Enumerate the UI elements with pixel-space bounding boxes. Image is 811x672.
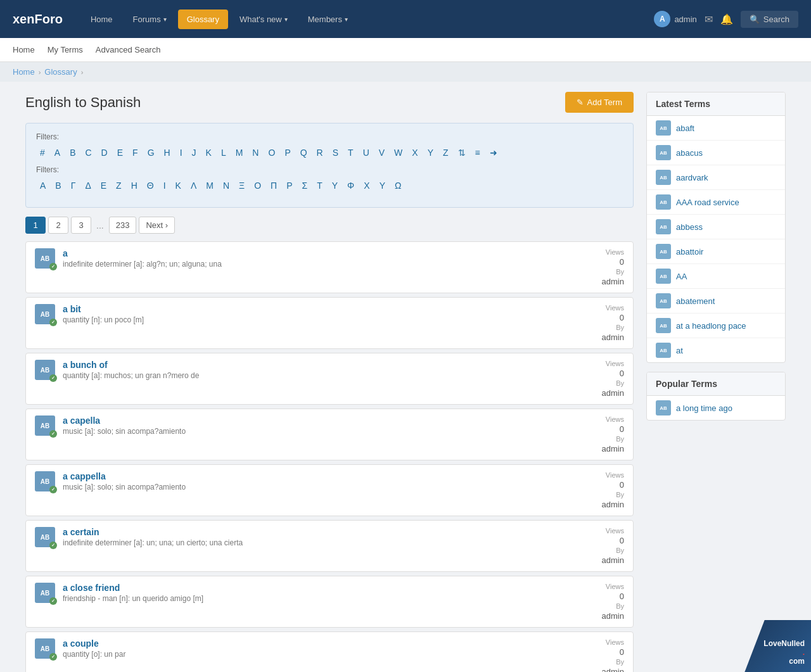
- bell-icon[interactable]: 🔔: [720, 13, 733, 25]
- greek-letter-Γ[interactable]: Γ: [67, 179, 80, 192]
- greek-letter-Θ[interactable]: Θ: [143, 179, 158, 192]
- next-page-button[interactable]: Next ›: [139, 217, 175, 234]
- add-term-button[interactable]: ✎ Add Term: [565, 92, 634, 113]
- greek-letter-Ν[interactable]: Ν: [219, 179, 233, 192]
- greek-letter-Υ[interactable]: Υ: [328, 179, 342, 192]
- subbar-home[interactable]: Home: [13, 40, 35, 60]
- latin-letter-C[interactable]: C: [81, 146, 95, 159]
- term-name[interactable]: a couple: [63, 638, 566, 649]
- greek-letter-Δ[interactable]: Δ: [81, 179, 94, 192]
- sidebar-term-name[interactable]: aardvark: [676, 173, 708, 182]
- greek-letter-Ρ[interactable]: Ρ: [283, 179, 296, 192]
- greek-letter-Ξ[interactable]: Ξ: [235, 179, 248, 192]
- latin-letter-➜[interactable]: ➜: [486, 146, 501, 159]
- greek-letter-Λ[interactable]: Λ: [187, 179, 200, 192]
- brand-logo[interactable]: xenForo: [13, 12, 63, 27]
- latin-letter-O[interactable]: O: [264, 146, 279, 159]
- term-name[interactable]: a: [63, 248, 566, 258]
- latin-letter-A[interactable]: A: [51, 146, 64, 159]
- sidebar-popular-term-name[interactable]: a long time ago: [676, 403, 732, 413]
- term-name[interactable]: a certain: [63, 527, 566, 537]
- latin-letter-D[interactable]: D: [98, 146, 112, 159]
- nav-glossary[interactable]: Glossary: [178, 10, 228, 29]
- greek-letter-Ι[interactable]: Ι: [160, 179, 170, 192]
- greek-letter-Ω[interactable]: Ω: [391, 179, 405, 192]
- latin-letter-N[interactable]: N: [248, 146, 262, 159]
- latin-letter-S[interactable]: S: [329, 146, 342, 159]
- by-label: By: [616, 268, 624, 276]
- user-menu[interactable]: A admin: [654, 11, 696, 27]
- latin-letter-K[interactable]: K: [202, 146, 215, 159]
- mail-icon[interactable]: ✉: [705, 13, 713, 25]
- greek-letter-Φ[interactable]: Φ: [343, 179, 358, 192]
- sidebar-term-name[interactable]: AA: [676, 272, 687, 281]
- term-name[interactable]: a cappella: [63, 471, 566, 481]
- nav-forums[interactable]: Forums ▾: [124, 10, 176, 29]
- latin-letter-Z[interactable]: Z: [439, 146, 452, 159]
- latin-letter-L[interactable]: L: [217, 146, 230, 159]
- breadcrumb: Home › Glossary ›: [0, 62, 811, 82]
- latin-letter-V[interactable]: V: [375, 146, 388, 159]
- greek-letter-Π[interactable]: Π: [267, 179, 281, 192]
- latin-letter-R[interactable]: R: [313, 146, 327, 159]
- sidebar-latest-term: ABat a headlong pace: [647, 314, 785, 338]
- search-button[interactable]: 🔍 Search: [741, 11, 798, 28]
- greek-letter-Τ[interactable]: Τ: [313, 179, 326, 192]
- latin-letter-E[interactable]: E: [113, 146, 127, 159]
- sidebar-term-name[interactable]: abaft: [676, 124, 694, 133]
- sidebar-latest-term: ABAAA road service: [647, 190, 785, 215]
- latin-letter-G[interactable]: G: [144, 146, 158, 159]
- subbar-my-terms[interactable]: My Terms: [48, 40, 83, 60]
- latin-letter-≡[interactable]: ≡: [471, 146, 484, 159]
- greek-letter-Υ[interactable]: Υ: [376, 179, 389, 192]
- greek-letter-Σ[interactable]: Σ: [298, 179, 312, 192]
- latin-letter-I[interactable]: I: [176, 146, 186, 159]
- term-meta: Views 0 By admin: [573, 527, 624, 565]
- sidebar-term-name[interactable]: abacus: [676, 148, 703, 158]
- nav-whats-new[interactable]: What's new ▾: [231, 10, 297, 29]
- greek-letter-Β[interactable]: Β: [51, 179, 65, 192]
- latin-letter-W[interactable]: W: [390, 146, 406, 159]
- sidebar-term-name[interactable]: abatement: [676, 296, 715, 306]
- latin-letter-P[interactable]: P: [281, 146, 294, 159]
- greek-letter-Ε[interactable]: Ε: [97, 179, 110, 192]
- latin-letter-B[interactable]: B: [66, 146, 79, 159]
- latin-letter-⇅[interactable]: ⇅: [454, 146, 469, 159]
- greek-letter-Η[interactable]: Η: [127, 179, 141, 192]
- latin-letter-U[interactable]: U: [359, 146, 373, 159]
- term-name[interactable]: a bit: [63, 304, 566, 314]
- latin-letter-J[interactable]: J: [188, 146, 200, 159]
- sidebar-term-name[interactable]: at a headlong pace: [676, 321, 746, 331]
- sidebar-term-name[interactable]: AAA road service: [676, 198, 739, 207]
- page-btn-2[interactable]: 2: [48, 217, 68, 234]
- page-btn-233[interactable]: 233: [109, 217, 137, 234]
- latin-letter-F[interactable]: F: [129, 146, 142, 159]
- greek-letter-Α[interactable]: Α: [36, 179, 49, 192]
- latin-letter-X[interactable]: X: [408, 146, 421, 159]
- page-btn-1[interactable]: 1: [25, 217, 46, 234]
- sidebar-term-name[interactable]: at: [676, 346, 683, 355]
- greek-letter-Χ[interactable]: Χ: [360, 179, 373, 192]
- greek-letter-Ζ[interactable]: Ζ: [112, 179, 125, 192]
- nav-home[interactable]: Home: [82, 10, 122, 29]
- sidebar-term-name[interactable]: abbess: [676, 222, 703, 232]
- subbar-advanced-search[interactable]: Advanced Search: [96, 40, 161, 60]
- latin-letter-#[interactable]: #: [36, 146, 49, 159]
- terms-list: AB✓aindefinite determiner [a]: alg?n; un…: [25, 241, 634, 672]
- breadcrumb-home[interactable]: Home: [13, 67, 35, 77]
- breadcrumb-glossary[interactable]: Glossary: [44, 67, 77, 77]
- sidebar-term-name[interactable]: abattoir: [676, 247, 703, 257]
- greek-letter-Ο[interactable]: Ο: [250, 179, 265, 192]
- latin-letter-H[interactable]: H: [160, 146, 174, 159]
- latin-letter-M[interactable]: M: [232, 146, 247, 159]
- page-btn-3[interactable]: 3: [71, 217, 91, 234]
- latin-letter-Q[interactable]: Q: [297, 146, 311, 159]
- term-name[interactable]: a bunch of: [63, 360, 566, 370]
- greek-letter-Κ[interactable]: Κ: [172, 179, 185, 192]
- term-name[interactable]: a close friend: [63, 583, 566, 593]
- greek-letter-Μ[interactable]: Μ: [202, 179, 217, 192]
- nav-members[interactable]: Members ▾: [299, 10, 357, 29]
- term-name[interactable]: a capella: [63, 415, 566, 426]
- latin-letter-Y[interactable]: Y: [424, 146, 437, 159]
- latin-letter-T[interactable]: T: [344, 146, 357, 159]
